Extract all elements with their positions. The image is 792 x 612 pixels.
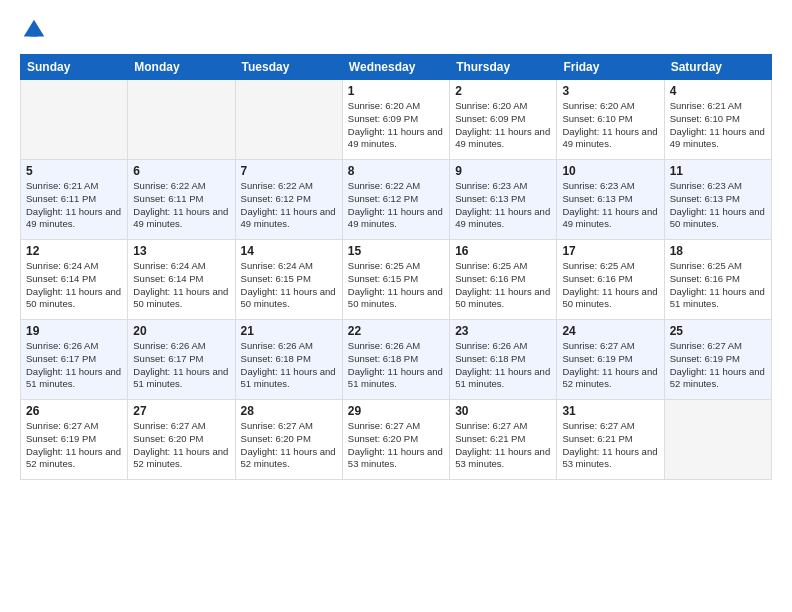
calendar-cell: 3Sunrise: 6:20 AMSunset: 6:10 PMDaylight… — [557, 80, 664, 160]
day-number: 2 — [455, 84, 551, 98]
calendar-cell — [21, 80, 128, 160]
calendar-week-row: 1Sunrise: 6:20 AMSunset: 6:09 PMDaylight… — [21, 80, 772, 160]
day-info: Sunrise: 6:25 AMSunset: 6:16 PMDaylight:… — [670, 260, 766, 311]
day-info: Sunrise: 6:23 AMSunset: 6:13 PMDaylight:… — [670, 180, 766, 231]
calendar-week-row: 26Sunrise: 6:27 AMSunset: 6:19 PMDayligh… — [21, 400, 772, 480]
day-info: Sunrise: 6:27 AMSunset: 6:19 PMDaylight:… — [670, 340, 766, 391]
day-info: Sunrise: 6:24 AMSunset: 6:14 PMDaylight:… — [133, 260, 229, 311]
calendar-cell: 5Sunrise: 6:21 AMSunset: 6:11 PMDaylight… — [21, 160, 128, 240]
day-info: Sunrise: 6:20 AMSunset: 6:09 PMDaylight:… — [348, 100, 444, 151]
calendar-cell: 31Sunrise: 6:27 AMSunset: 6:21 PMDayligh… — [557, 400, 664, 480]
day-number: 17 — [562, 244, 658, 258]
day-info: Sunrise: 6:21 AMSunset: 6:10 PMDaylight:… — [670, 100, 766, 151]
day-info: Sunrise: 6:24 AMSunset: 6:15 PMDaylight:… — [241, 260, 337, 311]
day-number: 12 — [26, 244, 122, 258]
calendar-cell — [128, 80, 235, 160]
calendar-cell: 7Sunrise: 6:22 AMSunset: 6:12 PMDaylight… — [235, 160, 342, 240]
day-number: 31 — [562, 404, 658, 418]
day-number: 20 — [133, 324, 229, 338]
calendar-header-row: SundayMondayTuesdayWednesdayThursdayFrid… — [21, 55, 772, 80]
day-number: 25 — [670, 324, 766, 338]
calendar-cell: 6Sunrise: 6:22 AMSunset: 6:11 PMDaylight… — [128, 160, 235, 240]
calendar-cell: 13Sunrise: 6:24 AMSunset: 6:14 PMDayligh… — [128, 240, 235, 320]
calendar-day-header: Monday — [128, 55, 235, 80]
day-info: Sunrise: 6:27 AMSunset: 6:19 PMDaylight:… — [562, 340, 658, 391]
day-number: 10 — [562, 164, 658, 178]
day-number: 21 — [241, 324, 337, 338]
day-number: 16 — [455, 244, 551, 258]
calendar-cell: 15Sunrise: 6:25 AMSunset: 6:15 PMDayligh… — [342, 240, 449, 320]
day-number: 22 — [348, 324, 444, 338]
day-number: 13 — [133, 244, 229, 258]
calendar-cell — [235, 80, 342, 160]
calendar-cell: 10Sunrise: 6:23 AMSunset: 6:13 PMDayligh… — [557, 160, 664, 240]
day-number: 8 — [348, 164, 444, 178]
day-info: Sunrise: 6:22 AMSunset: 6:11 PMDaylight:… — [133, 180, 229, 231]
calendar-day-header: Friday — [557, 55, 664, 80]
calendar-cell: 21Sunrise: 6:26 AMSunset: 6:18 PMDayligh… — [235, 320, 342, 400]
day-number: 7 — [241, 164, 337, 178]
day-info: Sunrise: 6:25 AMSunset: 6:16 PMDaylight:… — [455, 260, 551, 311]
svg-rect-1 — [30, 30, 37, 37]
day-info: Sunrise: 6:26 AMSunset: 6:17 PMDaylight:… — [133, 340, 229, 391]
day-info: Sunrise: 6:24 AMSunset: 6:14 PMDaylight:… — [26, 260, 122, 311]
day-number: 26 — [26, 404, 122, 418]
day-number: 23 — [455, 324, 551, 338]
day-number: 4 — [670, 84, 766, 98]
day-info: Sunrise: 6:27 AMSunset: 6:21 PMDaylight:… — [455, 420, 551, 471]
day-number: 5 — [26, 164, 122, 178]
day-info: Sunrise: 6:26 AMSunset: 6:17 PMDaylight:… — [26, 340, 122, 391]
day-number: 11 — [670, 164, 766, 178]
calendar-cell: 30Sunrise: 6:27 AMSunset: 6:21 PMDayligh… — [450, 400, 557, 480]
calendar-cell: 22Sunrise: 6:26 AMSunset: 6:18 PMDayligh… — [342, 320, 449, 400]
day-number: 18 — [670, 244, 766, 258]
day-number: 1 — [348, 84, 444, 98]
calendar-day-header: Tuesday — [235, 55, 342, 80]
calendar-cell: 19Sunrise: 6:26 AMSunset: 6:17 PMDayligh… — [21, 320, 128, 400]
calendar-cell: 8Sunrise: 6:22 AMSunset: 6:12 PMDaylight… — [342, 160, 449, 240]
calendar-cell: 29Sunrise: 6:27 AMSunset: 6:20 PMDayligh… — [342, 400, 449, 480]
calendar-day-header: Sunday — [21, 55, 128, 80]
calendar-cell — [664, 400, 771, 480]
day-info: Sunrise: 6:25 AMSunset: 6:16 PMDaylight:… — [562, 260, 658, 311]
calendar-cell: 25Sunrise: 6:27 AMSunset: 6:19 PMDayligh… — [664, 320, 771, 400]
calendar-cell: 4Sunrise: 6:21 AMSunset: 6:10 PMDaylight… — [664, 80, 771, 160]
day-number: 6 — [133, 164, 229, 178]
calendar-cell: 17Sunrise: 6:25 AMSunset: 6:16 PMDayligh… — [557, 240, 664, 320]
day-info: Sunrise: 6:26 AMSunset: 6:18 PMDaylight:… — [455, 340, 551, 391]
day-info: Sunrise: 6:27 AMSunset: 6:20 PMDaylight:… — [133, 420, 229, 471]
calendar-week-row: 19Sunrise: 6:26 AMSunset: 6:17 PMDayligh… — [21, 320, 772, 400]
logo-icon — [20, 16, 48, 44]
day-info: Sunrise: 6:27 AMSunset: 6:19 PMDaylight:… — [26, 420, 122, 471]
day-info: Sunrise: 6:27 AMSunset: 6:20 PMDaylight:… — [241, 420, 337, 471]
calendar-cell: 27Sunrise: 6:27 AMSunset: 6:20 PMDayligh… — [128, 400, 235, 480]
day-info: Sunrise: 6:21 AMSunset: 6:11 PMDaylight:… — [26, 180, 122, 231]
day-number: 27 — [133, 404, 229, 418]
day-number: 14 — [241, 244, 337, 258]
calendar-cell: 28Sunrise: 6:27 AMSunset: 6:20 PMDayligh… — [235, 400, 342, 480]
calendar-day-header: Saturday — [664, 55, 771, 80]
calendar-day-header: Wednesday — [342, 55, 449, 80]
calendar-cell: 20Sunrise: 6:26 AMSunset: 6:17 PMDayligh… — [128, 320, 235, 400]
day-number: 19 — [26, 324, 122, 338]
day-info: Sunrise: 6:23 AMSunset: 6:13 PMDaylight:… — [562, 180, 658, 231]
calendar-day-header: Thursday — [450, 55, 557, 80]
day-info: Sunrise: 6:26 AMSunset: 6:18 PMDaylight:… — [348, 340, 444, 391]
calendar-cell: 18Sunrise: 6:25 AMSunset: 6:16 PMDayligh… — [664, 240, 771, 320]
calendar-cell: 9Sunrise: 6:23 AMSunset: 6:13 PMDaylight… — [450, 160, 557, 240]
day-info: Sunrise: 6:22 AMSunset: 6:12 PMDaylight:… — [348, 180, 444, 231]
day-info: Sunrise: 6:23 AMSunset: 6:13 PMDaylight:… — [455, 180, 551, 231]
day-info: Sunrise: 6:27 AMSunset: 6:20 PMDaylight:… — [348, 420, 444, 471]
calendar-cell: 11Sunrise: 6:23 AMSunset: 6:13 PMDayligh… — [664, 160, 771, 240]
header — [20, 16, 772, 44]
calendar-week-row: 12Sunrise: 6:24 AMSunset: 6:14 PMDayligh… — [21, 240, 772, 320]
calendar-cell: 26Sunrise: 6:27 AMSunset: 6:19 PMDayligh… — [21, 400, 128, 480]
calendar-cell: 24Sunrise: 6:27 AMSunset: 6:19 PMDayligh… — [557, 320, 664, 400]
calendar-cell: 1Sunrise: 6:20 AMSunset: 6:09 PMDaylight… — [342, 80, 449, 160]
calendar-cell: 12Sunrise: 6:24 AMSunset: 6:14 PMDayligh… — [21, 240, 128, 320]
day-info: Sunrise: 6:25 AMSunset: 6:15 PMDaylight:… — [348, 260, 444, 311]
calendar: SundayMondayTuesdayWednesdayThursdayFrid… — [20, 54, 772, 480]
day-number: 24 — [562, 324, 658, 338]
day-number: 9 — [455, 164, 551, 178]
day-info: Sunrise: 6:20 AMSunset: 6:10 PMDaylight:… — [562, 100, 658, 151]
